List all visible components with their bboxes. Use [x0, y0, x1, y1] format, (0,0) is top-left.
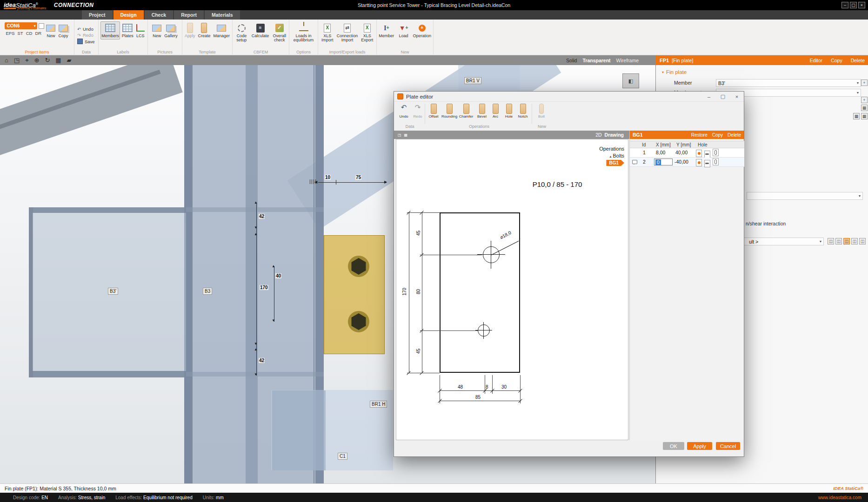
fit-view-icon[interactable]: ▦ — [404, 133, 408, 137]
analysis-value[interactable]: Stress, strain — [78, 495, 105, 500]
tab-design[interactable]: Design — [114, 10, 144, 20]
load-effects-value[interactable]: Equilibrium not required — [143, 495, 193, 500]
connection-import-button[interactable]: ⇄Connection Import — [337, 21, 358, 44]
section-fin-plate[interactable]: ▾ Fin plate — [662, 69, 687, 75]
hole-oblong-button[interactable] — [713, 149, 719, 156]
bolt-button[interactable]: Bolt — [534, 104, 548, 119]
hole-oblong-button[interactable] — [713, 158, 719, 165]
label-b3p[interactable]: B3' — [108, 288, 118, 295]
editor-button[interactable]: Editor — [810, 58, 822, 63]
label-br1h[interactable]: BR1 H — [370, 401, 387, 408]
offset-button[interactable]: Offset — [427, 104, 441, 119]
calculate-button[interactable]: ≡Calculate — [251, 21, 270, 40]
plates-labels-button[interactable]: Plates — [121, 21, 134, 40]
create-template-button[interactable]: Create — [197, 21, 211, 40]
tree-node-operations[interactable]: Operations — [599, 146, 624, 152]
tab-project[interactable]: Project — [82, 10, 113, 20]
type-select[interactable]: ▾ — [747, 192, 863, 200]
hole-circular-button[interactable] — [696, 150, 702, 157]
redo-button[interactable]: ↷Redo — [75, 32, 95, 38]
template-manager-button[interactable]: Manager — [213, 21, 231, 40]
mode-solid[interactable]: Solid — [566, 58, 577, 63]
dialog-maximize-icon[interactable]: ▢ — [716, 92, 730, 102]
tab-check[interactable]: Check — [145, 10, 174, 20]
units-value[interactable]: mm — [216, 495, 224, 500]
shear-option-icon[interactable]: ◫ — [835, 238, 842, 244]
tab-materials[interactable]: Materials — [205, 10, 240, 20]
gallery-button[interactable]: Gallery — [163, 21, 179, 40]
save-button[interactable]: Save — [75, 38, 97, 45]
add-row-button[interactable]: + — [861, 97, 868, 103]
members-labels-button[interactable]: Members — [100, 21, 120, 40]
restore-button[interactable]: Restore — [691, 132, 708, 138]
new-operation-button[interactable]: +Operation — [412, 21, 432, 40]
comment-icon[interactable] — [632, 159, 637, 165]
loads-in-equilibrium-button[interactable]: Loads in equilibrium — [292, 21, 316, 44]
plate-drawing-canvas[interactable]: P10,0 / 85 - 170 ⌀18,0 45 80 — [396, 139, 628, 440]
cancel-button[interactable]: Cancel — [716, 442, 740, 450]
tree-node-bolts[interactable]: ▴ Bolts — [599, 153, 624, 159]
zoom-icon[interactable]: ⌖ — [25, 57, 28, 64]
code-setup-button[interactable]: Code setup — [234, 21, 250, 44]
shear-option-icon[interactable]: ◫ — [851, 238, 858, 244]
delete-bolts-button[interactable]: Delete — [728, 132, 741, 138]
toggle-st[interactable]: ST — [18, 31, 23, 36]
copy-item-button[interactable]: Copy — [57, 21, 69, 40]
dialog-redo-button[interactable]: ↷Redo — [411, 104, 425, 119]
tree-node-bg1[interactable]: BG1 — [606, 160, 624, 166]
tab-2d[interactable]: 2D — [595, 132, 601, 138]
apply-template-button[interactable]: Apply — [184, 21, 196, 40]
mode-transparent[interactable]: Transparent — [582, 58, 610, 63]
undo-button[interactable]: ↶Undo — [75, 26, 95, 32]
hole-button[interactable]: Hole — [502, 104, 516, 119]
item-color-swatch[interactable] — [39, 23, 44, 29]
paint-icon[interactable]: ▰ — [67, 57, 72, 64]
bolt-row-1[interactable]: 1 8,00 40,00 — [630, 148, 744, 158]
overall-check-button[interactable]: ✓Overall check — [271, 21, 288, 44]
hole-circle-bottom[interactable] — [478, 324, 490, 337]
hole-circular-button[interactable] — [696, 159, 702, 166]
pan-icon[interactable]: ⊕ — [34, 57, 39, 64]
label-b3[interactable]: B3 — [203, 288, 212, 295]
cell-x-edit[interactable]: 0 — [654, 159, 673, 165]
dialog-title-bar[interactable]: Plate editor – ▢ × — [394, 92, 744, 102]
xls-export-button[interactable]: XXLS Export — [359, 21, 376, 44]
shear-option-icon-selected[interactable]: ◫ — [843, 238, 850, 244]
delete-operation-button[interactable]: Delete — [851, 58, 865, 63]
connection-selector[interactable]: CON6▾ — [5, 22, 37, 29]
shear-option-icon[interactable]: ◫ — [859, 238, 866, 244]
zoom-window-icon[interactable]: ◳ — [14, 57, 20, 64]
tab-report[interactable]: Report — [174, 10, 204, 20]
dialog-close-icon[interactable]: × — [730, 92, 744, 102]
arc-button[interactable]: Arc — [488, 104, 502, 119]
mode-wireframe[interactable]: Wireframe — [616, 58, 639, 63]
apply-button[interactable]: Apply — [687, 442, 712, 450]
member-select[interactable]: B3'▾ — [716, 79, 861, 87]
tab-drawing[interactable]: Drawing — [605, 132, 624, 138]
hole-slot-button[interactable] — [704, 151, 710, 158]
lcs-labels-button[interactable]: LCS — [135, 21, 146, 40]
grid-button[interactable]: ▦ — [861, 113, 868, 119]
bevel-button[interactable]: Bevel — [475, 104, 489, 119]
label-br1v[interactable]: BR1 V — [464, 77, 481, 84]
design-code-value[interactable]: EN — [41, 495, 48, 500]
grid-button[interactable]: ▦ — [853, 113, 860, 119]
cell-y[interactable]: 40,00 — [675, 150, 688, 155]
rotate-icon[interactable]: ↻ — [45, 57, 50, 64]
new-load-button[interactable]: ▼+Load — [396, 21, 411, 40]
ok-button[interactable]: OK — [663, 442, 684, 450]
add-row-button[interactable]: + — [861, 79, 868, 86]
fin-plate-shape[interactable] — [324, 235, 385, 354]
bolt-row-2[interactable]: 2 0 -40,00 — [630, 158, 744, 167]
copy-operation-button[interactable]: Copy — [831, 58, 842, 63]
fit-view-icon[interactable]: ▦ — [55, 57, 61, 64]
new-picture-button[interactable]: New — [151, 21, 162, 40]
rounding-button[interactable]: Rounding — [442, 104, 456, 119]
hole-slot-button[interactable] — [704, 160, 710, 167]
xls-import-button[interactable]: XXLS Import — [319, 21, 336, 44]
cell-y[interactable]: -40,00 — [674, 159, 688, 165]
dialog-undo-button[interactable]: ↶Undo — [397, 104, 411, 119]
dialog-minimize-icon[interactable]: – — [702, 92, 716, 102]
toggle-dr[interactable]: DR — [35, 31, 41, 36]
toggle-cd[interactable]: CD — [26, 31, 33, 36]
